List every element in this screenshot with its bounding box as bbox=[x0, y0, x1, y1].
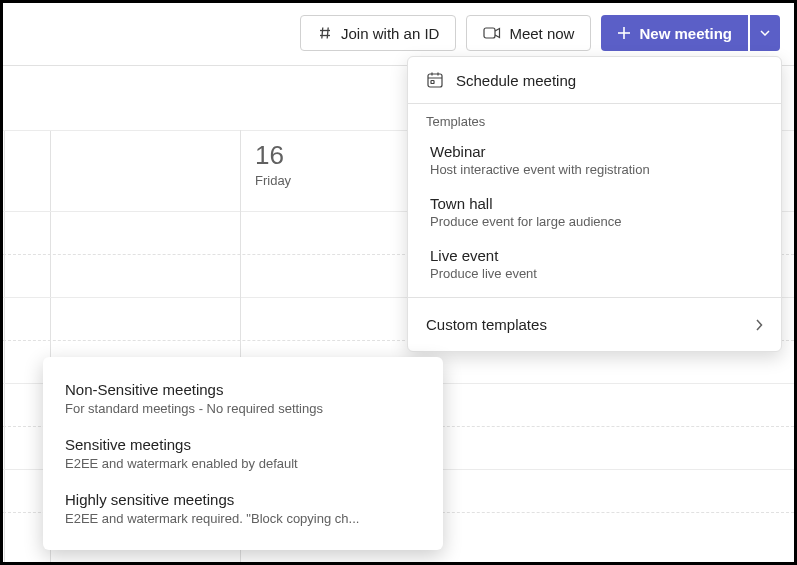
day-header: 16 Friday bbox=[241, 130, 415, 198]
svg-rect-11 bbox=[431, 81, 434, 84]
custom-template-desc: E2EE and watermark required. "Block copy… bbox=[65, 511, 421, 526]
template-webinar[interactable]: Webinar Host interactive event with regi… bbox=[408, 135, 781, 187]
chevron-right-icon bbox=[755, 319, 763, 331]
new-meeting-label: New meeting bbox=[639, 25, 732, 42]
template-title: Town hall bbox=[430, 195, 763, 212]
template-desc: Produce live event bbox=[430, 266, 763, 281]
templates-header: Templates bbox=[408, 103, 781, 135]
new-meeting-button[interactable]: New meeting bbox=[601, 15, 748, 51]
custom-templates-item[interactable]: Custom templates bbox=[408, 297, 781, 351]
day-number: 16 bbox=[255, 140, 401, 171]
custom-template-desc: For standard meetings - No required sett… bbox=[65, 401, 421, 416]
day-name: Friday bbox=[255, 173, 401, 188]
svg-rect-4 bbox=[484, 28, 495, 38]
new-meeting-dropdown-toggle[interactable] bbox=[750, 15, 780, 51]
custom-template-desc: E2EE and watermark enabled by default bbox=[65, 456, 421, 471]
template-live-event[interactable]: Live event Produce live event bbox=[408, 239, 781, 297]
plus-icon bbox=[617, 26, 631, 40]
template-desc: Host interactive event with registration bbox=[430, 162, 763, 177]
meet-now-label: Meet now bbox=[509, 25, 574, 42]
custom-template-title: Non-Sensitive meetings bbox=[65, 381, 421, 398]
custom-templates-label: Custom templates bbox=[426, 316, 547, 333]
schedule-meeting-label: Schedule meeting bbox=[456, 72, 576, 89]
custom-template-title: Sensitive meetings bbox=[65, 436, 421, 453]
hash-icon bbox=[317, 25, 333, 41]
join-with-id-button[interactable]: Join with an ID bbox=[300, 15, 456, 51]
custom-template-sensitive[interactable]: Sensitive meetings E2EE and watermark en… bbox=[43, 426, 443, 481]
schedule-meeting-item[interactable]: Schedule meeting bbox=[408, 57, 781, 103]
custom-templates-flyout: Non-Sensitive meetings For standard meet… bbox=[43, 357, 443, 550]
new-meeting-split-button: New meeting bbox=[601, 15, 780, 51]
custom-template-title: Highly sensitive meetings bbox=[65, 491, 421, 508]
svg-rect-7 bbox=[428, 74, 442, 87]
chevron-down-icon bbox=[760, 30, 770, 36]
calendar-icon bbox=[426, 71, 444, 89]
video-icon bbox=[483, 26, 501, 40]
meet-now-button[interactable]: Meet now bbox=[466, 15, 591, 51]
grid-line bbox=[4, 130, 5, 565]
template-title: Webinar bbox=[430, 143, 763, 160]
custom-template-highly-sensitive[interactable]: Highly sensitive meetings E2EE and water… bbox=[43, 481, 443, 536]
svg-line-2 bbox=[322, 28, 323, 39]
template-town-hall[interactable]: Town hall Produce event for large audien… bbox=[408, 187, 781, 239]
custom-template-non-sensitive[interactable]: Non-Sensitive meetings For standard meet… bbox=[43, 371, 443, 426]
new-meeting-dropdown: Schedule meeting Templates Webinar Host … bbox=[407, 56, 782, 352]
svg-line-3 bbox=[327, 28, 328, 39]
join-with-id-label: Join with an ID bbox=[341, 25, 439, 42]
template-desc: Produce event for large audience bbox=[430, 214, 763, 229]
template-title: Live event bbox=[430, 247, 763, 264]
